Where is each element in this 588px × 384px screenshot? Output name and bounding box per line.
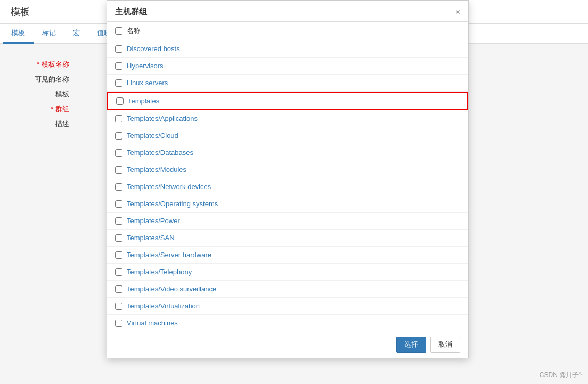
list-header-row: 名称 [107,22,468,40]
list-item-checkbox[interactable] [115,200,123,208]
host-group-modal: 主机群组 × 名称 Discovered hostsHypervisorsLin… [107,0,469,358]
list-item-label[interactable]: Virtual machines [127,319,178,327]
modal-footer: 选择 取消 [107,331,468,358]
page-title: 模板 [11,6,30,17]
list-item-label[interactable]: Templates [128,97,159,105]
list-item-label[interactable]: Templates/Video surveillance [127,285,216,293]
list-item[interactable]: Templates/Operating systems [107,195,468,213]
list-item-checkbox[interactable] [115,183,123,191]
modal-close-button[interactable]: × [455,8,460,17]
list-item[interactable]: Linux servers [107,75,468,92]
cancel-button[interactable]: 取消 [430,337,460,353]
list-item[interactable]: Templates/Applications [107,110,468,127]
list-item[interactable]: Virtual machines [107,315,468,331]
list-item-checkbox[interactable] [115,234,123,242]
select-button[interactable]: 选择 [396,337,426,353]
list-item-label[interactable]: Templates/Applications [127,115,198,122]
list-item[interactable]: Hypervisors [107,58,468,75]
list-item-label[interactable]: Discovered hosts [127,45,180,53]
list-item-checkbox[interactable] [115,217,123,225]
description-label: 描述 [11,119,75,129]
groups-label: * 群组 [11,104,75,114]
list-item-checkbox[interactable] [115,303,123,310]
list-item-checkbox[interactable] [115,45,123,53]
list-item-label[interactable]: Templates/Operating systems [127,200,218,208]
list-item[interactable]: Templates/Cloud [107,127,468,144]
list-item-checkbox[interactable] [115,285,123,293]
list-item[interactable]: Templates/SAN [107,230,468,247]
templates-label: 模板 [11,89,75,99]
list-item-label[interactable]: Linux servers [127,79,168,87]
list-item-label[interactable]: Hypervisors [127,62,164,70]
list-item-label[interactable]: Templates/Cloud [127,132,178,140]
modal-body: 名称 Discovered hostsHypervisorsLinux serv… [107,22,468,331]
list-item-checkbox[interactable] [115,79,123,87]
list-item[interactable]: Templates/Modules [107,161,468,178]
list-item-label[interactable]: Templates/Power [127,217,180,225]
list-item-label[interactable]: Templates/Databases [127,149,193,157]
list-item-checkbox[interactable] [115,268,123,276]
list-item[interactable]: Discovered hosts [107,40,468,58]
list-item-checkbox[interactable] [115,166,123,174]
list-item[interactable]: Templates [107,92,468,110]
modal-header: 主机群组 × [107,1,468,22]
tab-macros[interactable]: 宏 [64,24,88,44]
list-item[interactable]: Templates/Network devices [107,178,468,195]
list-item-label[interactable]: Templates/Virtualization [127,302,200,310]
list-item[interactable]: Templates/Video surveillance [107,281,468,298]
list-item-label[interactable]: Templates/Modules [127,166,186,174]
list-item-checkbox[interactable] [115,251,123,259]
watermark: CSDN @川子^ [540,371,582,380]
list-item-label[interactable]: Templates/Network devices [127,183,211,191]
list-item-label[interactable]: Templates/Server hardware [127,251,211,259]
name-column-header: 名称 [127,26,141,36]
modal-list: Discovered hostsHypervisorsLinux servers… [107,40,468,331]
tab-tags[interactable]: 标记 [34,24,64,44]
page-wrapper: 模板 模板 标记 宏 值映射 * 模板名称 可见的名称 模板 * 群组 [0,0,588,384]
list-item-label[interactable]: Templates/SAN [127,234,175,242]
tab-templates[interactable]: 模板 [3,24,34,44]
modal-title: 主机群组 [115,7,147,17]
list-item[interactable]: Templates/Power [107,213,468,230]
list-item-label[interactable]: Templates/Telephony [127,268,192,276]
list-item[interactable]: Templates/Databases [107,144,468,161]
list-item[interactable]: Templates/Server hardware [107,247,468,264]
list-item-checkbox[interactable] [115,320,123,327]
list-item-checkbox[interactable] [115,62,123,70]
template-name-label: * 模板名称 [11,60,75,69]
list-item[interactable]: Templates/Virtualization [107,298,468,315]
list-item[interactable]: Templates/Telephony [107,264,468,281]
list-item-checkbox[interactable] [115,132,123,140]
select-all-checkbox[interactable] [115,27,123,35]
list-item-checkbox[interactable] [115,149,123,157]
list-item-checkbox[interactable] [116,97,124,105]
list-item-checkbox[interactable] [115,115,123,122]
visible-name-label: 可见的名称 [11,75,75,84]
